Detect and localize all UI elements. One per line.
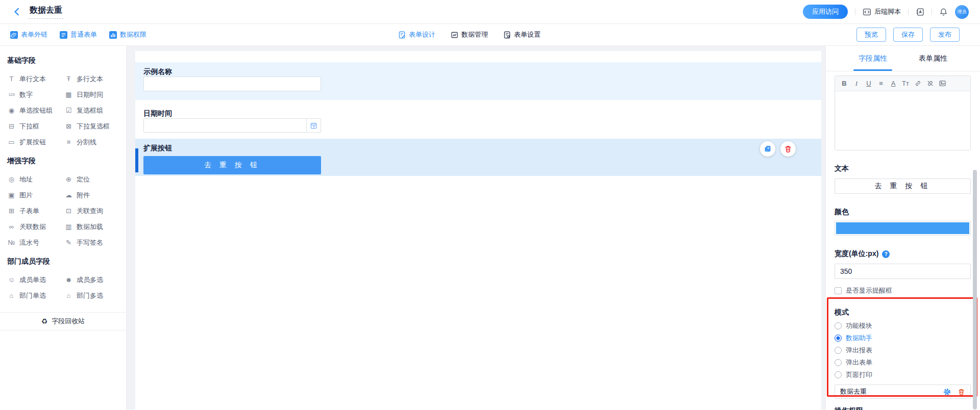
field-dropdown-multi[interactable]: ⊠下拉复选框 [64, 118, 121, 134]
tab-form-properties[interactable]: 表单属性 [916, 46, 950, 71]
field-handwritten-signature[interactable]: ✎手写签名 [64, 235, 121, 250]
radio-icon [835, 359, 842, 366]
field-address[interactable]: ◎地址 [7, 171, 64, 187]
field-related-query[interactable]: ⊡关联查询 [64, 203, 121, 219]
page-title[interactable]: 数据去重 [29, 5, 63, 19]
field-multi-line-text[interactable]: Ŧ多行文本 [64, 71, 121, 87]
help-icon[interactable]: ? [882, 250, 890, 258]
field-label: 扩展按钮 [143, 139, 813, 153]
radio-icon [835, 347, 842, 354]
field-single-line-text[interactable]: T单行文本 [7, 71, 64, 87]
underline-icon[interactable]: U [864, 78, 874, 89]
operation-permission-label: 操作权限 [835, 407, 971, 410]
tab-form-settings[interactable]: 表单设置 [503, 30, 541, 39]
form-canvas: 示例名称 日期时间 扩展按钮 去 重 按 钮 [127, 46, 825, 409]
field-extend-button[interactable]: ▭扩展按钮 [7, 134, 64, 150]
mode-option-data-assistant[interactable]: 数据助手 [835, 332, 971, 344]
width-input[interactable] [835, 264, 971, 279]
trash-icon [784, 145, 792, 153]
field-dropdown[interactable]: ⊟下拉框 [7, 118, 64, 134]
properties-panel: 字段属性 表单属性 B I U ≡ A Tт [825, 46, 980, 409]
radio-icon-selected [835, 335, 842, 342]
normal-form-link[interactable]: 普通表单 [60, 30, 97, 39]
calendar-icon[interactable] [306, 119, 321, 132]
datetime-icon: ▦ [64, 91, 73, 98]
editor-textarea[interactable] [835, 91, 970, 150]
dedupe-action-button[interactable]: 去 重 按 钮 [143, 156, 321, 174]
link-icon[interactable] [913, 78, 923, 89]
signature-icon: ✎ [64, 239, 73, 246]
preview-button[interactable]: 预览 [856, 28, 886, 42]
field-member-multi[interactable]: ☻成员多选 [64, 272, 121, 288]
divider [908, 8, 909, 15]
sample-name-input[interactable] [143, 76, 321, 91]
field-dept-single[interactable]: ⌂部门单选 [7, 288, 64, 303]
panel-scrollbar-thumb[interactable] [973, 170, 977, 409]
datetime-input[interactable] [144, 119, 306, 132]
trash-icon[interactable] [958, 388, 965, 396]
paperclip-icon [10, 31, 18, 39]
show-reminder-checkbox[interactable]: 是否显示提醒框 [835, 286, 971, 295]
copy-field-button[interactable] [760, 141, 775, 157]
italic-icon[interactable]: I [851, 78, 862, 89]
color-picker[interactable] [835, 221, 971, 236]
field-subform[interactable]: ⊞子表单 [7, 203, 64, 219]
publish-button[interactable]: 发布 [930, 28, 960, 42]
gear-icon[interactable] [943, 388, 951, 396]
notification-bell-icon[interactable] [939, 8, 948, 16]
field-member-single[interactable]: ☺成员单选 [7, 272, 64, 288]
rich-text-editor: B I U ≡ A Tт [835, 75, 971, 150]
field-attachment[interactable]: ☁附件 [64, 187, 121, 203]
button-text-input[interactable] [835, 178, 971, 194]
color-swatch [836, 222, 969, 234]
insert-image-icon[interactable] [937, 78, 947, 89]
mode-value-box: 数据去重 [835, 385, 971, 399]
app-access-button[interactable]: 应用访问 [803, 5, 848, 19]
field-radio-group[interactable]: ◉单选按钮组 [7, 102, 64, 118]
field-image[interactable]: ▣图片 [7, 187, 64, 203]
data-permission-link[interactable]: 数据权限 [109, 30, 146, 39]
canvas-field-extend-button[interactable]: 扩展按钮 去 重 按 钮 [135, 139, 821, 176]
mode-option-popup-report[interactable]: 弹出报表 [835, 344, 971, 356]
member-multi-icon: ☻ [64, 276, 73, 284]
related-data-icon: ∞ [7, 223, 16, 230]
align-icon[interactable]: ≡ [876, 78, 886, 89]
field-serial-number[interactable]: №流水号 [7, 235, 64, 250]
canvas-field-sample-name[interactable]: 示例名称 [135, 62, 821, 100]
field-checkbox-group[interactable]: ☑复选框组 [64, 102, 121, 118]
field-location[interactable]: ⊕定位 [64, 171, 121, 187]
delete-field-button[interactable] [780, 141, 796, 157]
tab-data-manage[interactable]: 数据管理 [451, 30, 488, 39]
field-related-data[interactable]: ∞关联数据 [7, 219, 64, 235]
font-color-icon[interactable]: A [888, 78, 898, 89]
selected-field-accent-bar [135, 148, 138, 172]
member-single-icon: ☺ [7, 276, 16, 284]
backend-script-button[interactable]: 后端脚本 [863, 7, 901, 16]
bold-icon[interactable]: B [839, 78, 849, 89]
tab-field-properties[interactable]: 字段属性 [855, 46, 890, 71]
related-query-icon: ⊡ [64, 207, 73, 215]
user-avatar[interactable]: 理员 [955, 5, 969, 19]
field-datetime[interactable]: ▦日期时间 [64, 87, 121, 102]
unlink-icon[interactable] [925, 78, 935, 89]
color-label: 颜色 [835, 208, 971, 216]
mode-option-page-print[interactable]: 页面打印 [835, 369, 971, 381]
form-external-link[interactable]: 表单外链 [10, 30, 47, 39]
checkbox-icon [835, 287, 842, 294]
field-number[interactable]: 123数字 [7, 87, 64, 102]
field-recycle-bin[interactable]: ♻ 字段回收站 [0, 312, 126, 330]
field-divider-line[interactable]: ≡分割线 [64, 134, 121, 150]
font-size-icon[interactable]: Tт [900, 78, 911, 89]
back-icon[interactable] [12, 7, 21, 16]
field-data-load[interactable]: ▥数据加载 [64, 219, 121, 235]
canvas-field-datetime[interactable]: 日期时间 [135, 100, 821, 139]
tab-form-design[interactable]: 表单设计 [398, 30, 435, 39]
save-button[interactable]: 保存 [893, 28, 923, 42]
contacts-icon[interactable] [916, 8, 924, 16]
mode-option-function-module[interactable]: 功能模块 [835, 320, 971, 332]
data-manage-icon [451, 31, 458, 39]
radio-icon [835, 371, 842, 378]
mode-option-popup-form[interactable]: 弹出表单 [835, 356, 971, 369]
field-dept-multi[interactable]: ⌂部门多选 [64, 288, 121, 303]
multi-line-text-icon: Ŧ [64, 75, 73, 83]
